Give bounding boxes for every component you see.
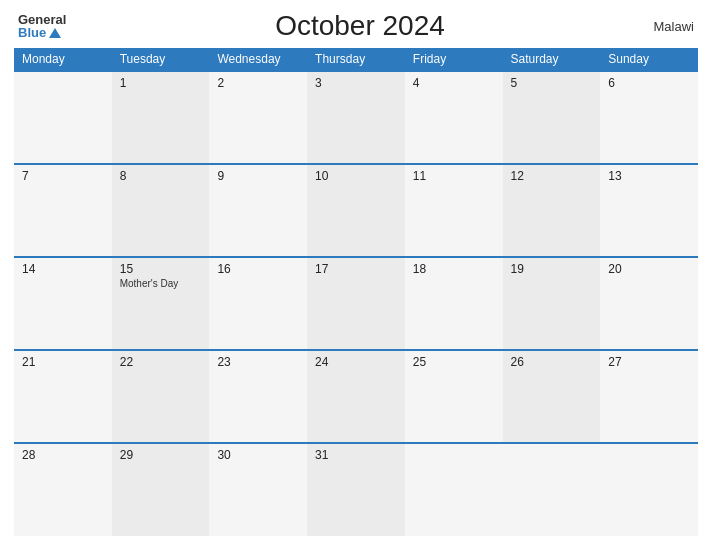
day-number: 10 — [315, 169, 397, 183]
day-number: 31 — [315, 448, 397, 462]
day-number: 27 — [608, 355, 690, 369]
day-number: 19 — [511, 262, 593, 276]
day-number: 23 — [217, 355, 299, 369]
calendar-table: MondayTuesdayWednesdayThursdayFridaySatu… — [14, 48, 698, 536]
calendar-cell: 11 — [405, 164, 503, 257]
calendar-cell: 9 — [209, 164, 307, 257]
calendar-cell: 25 — [405, 350, 503, 443]
day-of-week-header-row: MondayTuesdayWednesdayThursdayFridaySatu… — [14, 48, 698, 71]
calendar-cell: 20 — [600, 257, 698, 350]
calendar-cell: 6 — [600, 71, 698, 164]
day-number: 14 — [22, 262, 104, 276]
day-number: 20 — [608, 262, 690, 276]
week-row: 1415Mother's Day1617181920 — [14, 257, 698, 350]
day-number: 2 — [217, 76, 299, 90]
holiday-label: Mother's Day — [120, 278, 202, 289]
calendar-cell: 8 — [112, 164, 210, 257]
day-number: 3 — [315, 76, 397, 90]
day-number: 13 — [608, 169, 690, 183]
calendar-cell: 13 — [600, 164, 698, 257]
day-number: 8 — [120, 169, 202, 183]
calendar-cell: 2 — [209, 71, 307, 164]
country-label: Malawi — [654, 19, 694, 34]
calendar-cell: 15Mother's Day — [112, 257, 210, 350]
calendar-cell — [14, 71, 112, 164]
calendar-cell: 31 — [307, 443, 405, 536]
calendar-cell: 29 — [112, 443, 210, 536]
day-number: 15 — [120, 262, 202, 276]
day-number: 24 — [315, 355, 397, 369]
calendar-cell: 17 — [307, 257, 405, 350]
logo-blue-text: Blue — [18, 26, 46, 39]
dow-header-wednesday: Wednesday — [209, 48, 307, 71]
day-number: 16 — [217, 262, 299, 276]
day-number: 1 — [120, 76, 202, 90]
calendar-cell — [600, 443, 698, 536]
dow-header-friday: Friday — [405, 48, 503, 71]
dow-header-thursday: Thursday — [307, 48, 405, 71]
calendar-cell: 28 — [14, 443, 112, 536]
calendar-cell: 27 — [600, 350, 698, 443]
day-number: 9 — [217, 169, 299, 183]
calendar-cell: 26 — [503, 350, 601, 443]
week-row: 123456 — [14, 71, 698, 164]
day-number: 4 — [413, 76, 495, 90]
day-number: 7 — [22, 169, 104, 183]
calendar-cell: 30 — [209, 443, 307, 536]
calendar-cell: 21 — [14, 350, 112, 443]
calendar-cell: 3 — [307, 71, 405, 164]
calendar-cell: 1 — [112, 71, 210, 164]
day-number: 30 — [217, 448, 299, 462]
calendar-cell: 14 — [14, 257, 112, 350]
day-number: 11 — [413, 169, 495, 183]
day-number: 5 — [511, 76, 593, 90]
week-row: 78910111213 — [14, 164, 698, 257]
day-number: 17 — [315, 262, 397, 276]
calendar-cell: 23 — [209, 350, 307, 443]
calendar-cell: 24 — [307, 350, 405, 443]
dow-header-monday: Monday — [14, 48, 112, 71]
day-number: 22 — [120, 355, 202, 369]
header: General Blue October 2024 Malawi — [0, 0, 712, 48]
calendar-cell: 19 — [503, 257, 601, 350]
logo: General Blue — [18, 13, 66, 39]
calendar-title: October 2024 — [275, 10, 445, 42]
dow-header-saturday: Saturday — [503, 48, 601, 71]
calendar-cell: 5 — [503, 71, 601, 164]
day-number: 28 — [22, 448, 104, 462]
calendar-cell: 18 — [405, 257, 503, 350]
week-row: 21222324252627 — [14, 350, 698, 443]
calendar-cell: 10 — [307, 164, 405, 257]
calendar-container: MondayTuesdayWednesdayThursdayFridaySatu… — [0, 48, 712, 550]
calendar-cell: 12 — [503, 164, 601, 257]
calendar-cell — [405, 443, 503, 536]
calendar-cell — [503, 443, 601, 536]
day-number: 29 — [120, 448, 202, 462]
day-number: 6 — [608, 76, 690, 90]
day-number: 21 — [22, 355, 104, 369]
calendar-cell: 7 — [14, 164, 112, 257]
day-number: 18 — [413, 262, 495, 276]
day-number: 26 — [511, 355, 593, 369]
day-number: 25 — [413, 355, 495, 369]
day-number: 12 — [511, 169, 593, 183]
calendar-cell: 4 — [405, 71, 503, 164]
calendar-cell: 16 — [209, 257, 307, 350]
dow-header-sunday: Sunday — [600, 48, 698, 71]
logo-triangle-icon — [49, 28, 61, 38]
dow-header-tuesday: Tuesday — [112, 48, 210, 71]
week-row: 28293031 — [14, 443, 698, 536]
calendar-cell: 22 — [112, 350, 210, 443]
